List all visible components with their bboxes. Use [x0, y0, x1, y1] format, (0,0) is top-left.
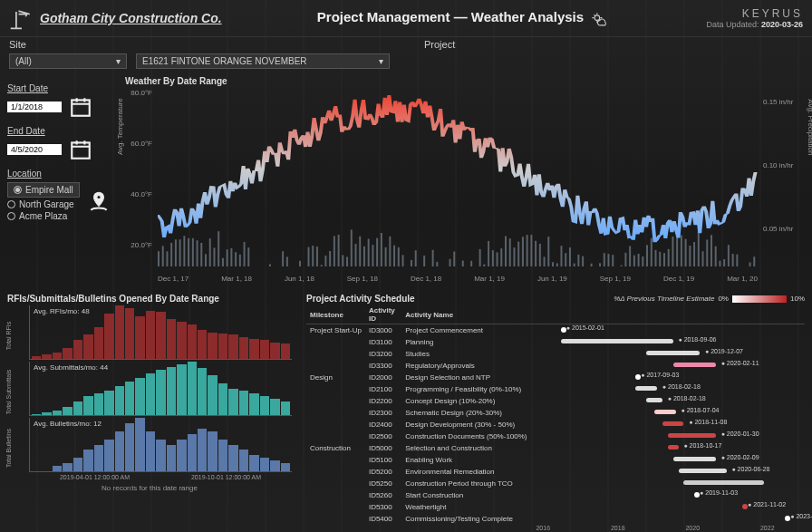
svg-rect-105 — [591, 264, 593, 266]
svg-rect-129 — [693, 242, 695, 266]
svg-rect-22 — [235, 252, 237, 266]
location-radio[interactable]: North Garage — [7, 199, 80, 209]
svg-rect-124 — [672, 237, 673, 266]
site-select[interactable]: (All)▾ — [9, 53, 127, 69]
svg-rect-121 — [659, 252, 661, 266]
svg-rect-7 — [170, 243, 172, 266]
svg-rect-14 — [200, 243, 202, 266]
svg-rect-1 — [72, 100, 90, 115]
svg-rect-52 — [363, 247, 365, 266]
svg-rect-98 — [560, 246, 562, 266]
svg-rect-80 — [483, 265, 485, 266]
company-name: Gotham City Construction Co. — [40, 11, 222, 25]
svg-rect-84 — [500, 248, 502, 266]
schedule-row: ID5250Construction Period through TCO — [306, 478, 805, 489]
project-label: Project — [424, 39, 803, 50]
location-radio[interactable]: Empire Mall — [7, 182, 80, 198]
delta-legend: %Δ Previous Timeline Estimate 0%10% — [614, 295, 805, 303]
weather-chart: Weather By Date Range Avg. Temperature A… — [118, 71, 812, 288]
start-date-input[interactable]: 1/1/2018 — [7, 102, 62, 112]
svg-rect-133 — [710, 235, 712, 266]
svg-rect-16 — [209, 238, 211, 266]
weather-plot-svg — [158, 83, 758, 266]
svg-rect-143 — [753, 256, 755, 266]
svg-rect-68 — [432, 250, 434, 266]
svg-rect-18 — [218, 231, 219, 266]
svg-rect-10 — [183, 236, 185, 266]
schedule-row: ID2300Schematic Design (20%-30%)● 2018-0… — [306, 407, 805, 419]
svg-rect-82 — [492, 250, 494, 266]
svg-rect-11 — [188, 238, 189, 266]
svg-rect-69 — [436, 262, 438, 266]
svg-rect-100 — [569, 247, 571, 266]
svg-rect-102 — [577, 255, 579, 266]
schedule-row: ID2500Construction Documents (50%-100%)●… — [306, 430, 805, 442]
rfi-title: RFIs/Submittals/Bulletins Opened By Date… — [7, 294, 292, 304]
rfi-panel: RFIs/Submittals/Bulletins Opened By Date… — [0, 288, 299, 532]
svg-rect-34 — [286, 256, 288, 266]
svg-rect-21 — [230, 248, 232, 266]
schedule-table: MilestoneActivity IDActivity Name Projec… — [306, 305, 805, 525]
svg-rect-128 — [689, 246, 691, 266]
project-select[interactable]: E1621 FINTONE ORANGE NOVEMBER▾ — [136, 53, 390, 69]
rfi-chart: Total SubmittalsAvg. Submittals/mo: 44 — [29, 362, 292, 416]
svg-rect-53 — [368, 238, 370, 266]
svg-rect-5 — [162, 246, 164, 266]
svg-rect-81 — [488, 241, 489, 266]
svg-rect-39 — [308, 247, 310, 266]
svg-rect-85 — [505, 237, 507, 266]
page-title: Project Management — Weather Analysis — [222, 9, 707, 26]
end-date-label: End Date — [7, 126, 111, 136]
svg-rect-136 — [723, 259, 725, 266]
svg-rect-103 — [582, 256, 584, 266]
svg-rect-48 — [346, 256, 348, 266]
svg-rect-75 — [462, 260, 464, 266]
svg-rect-114 — [629, 246, 631, 266]
svg-rect-8 — [175, 239, 177, 266]
svg-rect-112 — [621, 266, 623, 266]
schedule-row: ID5400Commissioning/Testing Complete● 20… — [306, 513, 805, 525]
svg-rect-127 — [685, 239, 687, 266]
schedule-panel: Project Activity Schedule %Δ Previous Ti… — [299, 288, 812, 532]
brand-name: KEYRUS — [706, 7, 803, 20]
svg-rect-91 — [530, 235, 532, 266]
svg-rect-33 — [282, 251, 284, 266]
chevron-down-icon: ▾ — [379, 56, 383, 66]
header: Gotham City Construction Co. Project Man… — [0, 0, 812, 37]
svg-rect-138 — [732, 254, 734, 266]
svg-point-0 — [594, 15, 600, 20]
schedule-row: ID2200Concept Design (10%-20%)● 2018-02-… — [306, 395, 805, 407]
svg-rect-43 — [324, 256, 326, 266]
svg-rect-54 — [372, 245, 373, 266]
svg-rect-115 — [633, 256, 635, 266]
schedule-row: ID5300Weathertight● 2021-11-02 — [306, 501, 805, 513]
location-icon — [87, 190, 111, 214]
svg-rect-107 — [599, 263, 601, 266]
svg-rect-45 — [334, 236, 335, 266]
svg-rect-40 — [312, 246, 314, 266]
schedule-row: ID2400Design Development (30% - 50%)● 20… — [306, 419, 805, 430]
svg-rect-135 — [719, 261, 720, 266]
calendar-icon[interactable] — [69, 138, 92, 161]
svg-rect-101 — [574, 264, 575, 266]
svg-rect-58 — [389, 237, 391, 266]
end-date-input[interactable]: 4/5/2020 — [7, 144, 62, 155]
svg-rect-130 — [698, 231, 700, 266]
svg-rect-89 — [522, 237, 524, 266]
calendar-icon[interactable] — [69, 95, 92, 119]
svg-rect-95 — [547, 237, 549, 266]
svg-rect-17 — [213, 247, 215, 266]
svg-rect-87 — [513, 247, 515, 266]
location-radio[interactable]: Acme Plaza — [7, 211, 80, 221]
svg-rect-92 — [535, 241, 536, 266]
schedule-row: ID2100Programming / Feasibility (0%-10%)… — [306, 383, 805, 395]
svg-rect-118 — [646, 245, 648, 266]
schedule-row: ID5200Environmental Remediation● 2020-06… — [306, 466, 805, 478]
schedule-row: ID5100Enabling Work● 2020-02-09 — [306, 454, 805, 466]
svg-rect-99 — [565, 253, 566, 266]
svg-rect-50 — [355, 244, 357, 266]
svg-rect-142 — [749, 263, 751, 266]
svg-rect-59 — [393, 246, 395, 266]
company-logo: Gotham City Construction Co. — [9, 5, 222, 31]
location-label: Location — [7, 169, 111, 179]
